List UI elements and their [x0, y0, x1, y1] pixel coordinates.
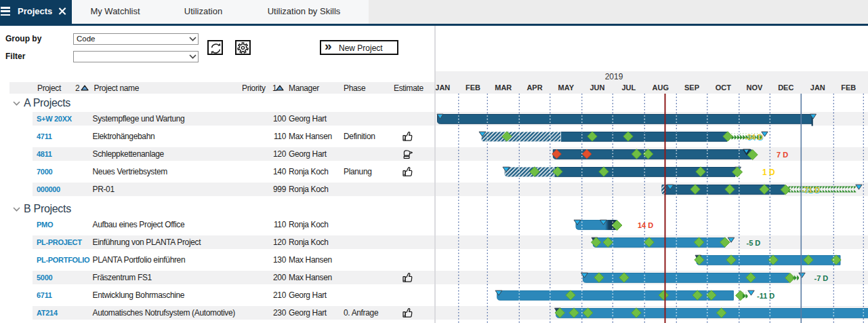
- svg-text:2019: 2019: [605, 72, 623, 81]
- svg-text:-11 D: -11 D: [757, 292, 774, 300]
- svg-text:NOV: NOV: [747, 83, 764, 92]
- svg-text:APR: APR: [526, 83, 542, 92]
- svg-text:JUL: JUL: [621, 83, 636, 92]
- svg-text:7 D: 7 D: [777, 151, 788, 159]
- svg-text:JAN: JAN: [810, 83, 825, 92]
- svg-text:-34 D: -34 D: [745, 133, 763, 141]
- svg-text:FEB: FEB: [841, 83, 856, 92]
- svg-text:1 D: 1 D: [762, 168, 775, 177]
- svg-text:MAR: MAR: [495, 83, 512, 92]
- svg-text:JUN: JUN: [590, 83, 604, 92]
- svg-text:MAY: MAY: [558, 83, 575, 92]
- svg-text:14 D: 14 D: [638, 221, 653, 229]
- svg-text:FEB: FEB: [466, 83, 480, 92]
- svg-text:OCT: OCT: [716, 83, 732, 92]
- svg-text:-5 D: -5 D: [747, 239, 761, 247]
- svg-text:DEC: DEC: [778, 83, 793, 92]
- svg-text:-7 D: -7 D: [814, 274, 829, 282]
- svg-text:AUG: AUG: [653, 83, 669, 92]
- svg-text:SEP: SEP: [684, 83, 699, 92]
- svg-text:JAN: JAN: [436, 83, 450, 92]
- svg-text:-71 D: -71 D: [802, 186, 820, 194]
